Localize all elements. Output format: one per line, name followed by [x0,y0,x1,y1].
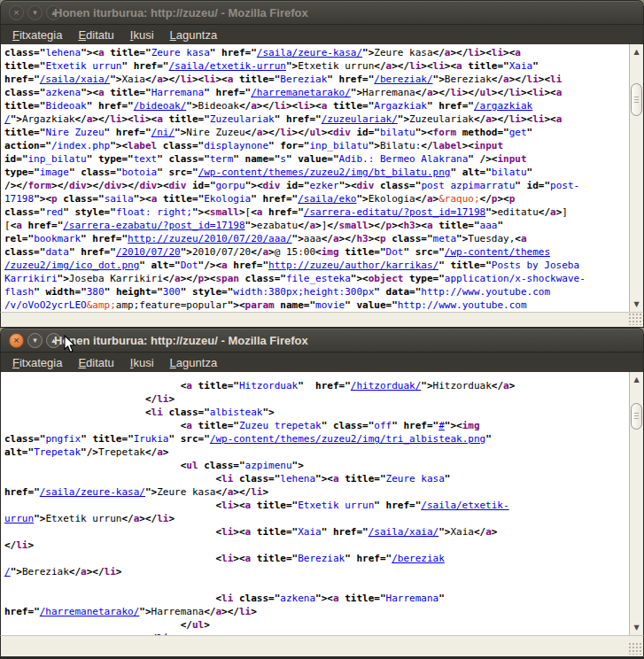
vertical-scrollbar[interactable]: ▲ ▼ [629,44,643,312]
source-line: type="image" class="botoia" src="/wp-con… [4,166,629,179]
resize-grip[interactable] [628,313,641,325]
source-line: rel="bookmark" href="http://zuzeu/2010/0… [4,232,629,245]
source-line: <a title="Hitzorduak" href="/hitzorduak/… [4,379,629,392]
source-line: flash" width="380" height="300" style="w… [4,285,629,298]
source-link[interactable]: /saila/etxetik- [421,500,508,511]
source-link[interactable]: /saila/zeure-kasa/ [257,47,362,58]
resize-grip[interactable] [628,642,641,655]
source-link[interactable]: /ni/ [151,127,175,138]
source-line: <a title="Zuzeu trepetak" class="off" hr… [4,419,629,432]
source-line: <li class="lehena"><a title="Zeure kasa" [4,472,629,485]
source-view: class="lehena"><a title="Zeure kasa" hre… [1,44,629,312]
minimize-button-icon[interactable]: ▾ [27,5,43,20]
source-line [4,578,629,592]
source-line: id="inp_bilatu" type="text" class="term"… [4,152,629,166]
source-link[interactable]: /wp-content/themes/zuzeu2/img/bt_bilatu.… [198,167,451,178]
titlebar[interactable]: × ▾ ▴ Honen iturburua: http://zuzeu/ - M… [0,328,644,353]
source-line: href="/saila/xaia/">Xaia</a></li><li><a … [4,73,629,86]
source-line: /">Argazkiak</a></li><li><a title="Zuzeu… [4,112,629,126]
source-link[interactable]: http://zuzeu/2010/07/20/aaa/ [128,233,291,244]
source-line: urrun">Etxetik urrun</a></li> [4,512,629,525]
source-line: /zuzeu2/img/ico_dot.png" alt="Dot"/><a h… [4,259,629,272]
source-line: <li><a title="Etxetik urrun" href="/sail… [4,499,629,512]
source-link[interactable]: /bereziak [392,553,445,564]
source-link[interactable]: /sarrera-ezabatu/?post_id=17198 [63,220,244,231]
scrollbar-thumb[interactable] [631,83,642,116]
source-line: title="Bideoak" href="/bideoak/">Bideoak… [4,99,629,112]
statusbar [0,312,644,328]
source-link[interactable]: /saila/xaia/ [369,526,438,538]
viewsource-window-bottom: × ▾ ▴ Honen iturburua: http://zuzeu/ - M… [0,328,644,659]
source-link[interactable]: /saila/etxetik-urrun [168,60,285,72]
source-line: 17198"><p class="saila"><a title="Ekolog… [4,192,629,205]
source-line: class="azkena"><a title="Harremana" href… [4,86,629,99]
source-line: Karrikiri">Joseba Karrikiri</a></p><span… [4,272,629,285]
scrollbar-grip-lines [634,97,639,104]
menubar: FitxategiaEditatuIkusiLaguntza [0,25,644,44]
source-link[interactable]: /argazkiak [474,100,532,112]
source-line: title="Etxetik urrun" href="/saila/etxet… [4,59,629,73]
scrollbar-thumb[interactable] [631,403,642,430]
source-link[interactable]: /bereziak/ [374,74,432,85]
source-line: action="/index.php"><label class="displa… [4,139,629,152]
source-line: alt="Trepetak"/>Trepetak</a> [4,446,629,459]
menu-item-fitxategia[interactable]: Fitxategia [4,354,70,371]
source-line: class="pngfix" title="Irukia" src="/wp-c… [4,432,629,446]
source-link[interactable]: /wp-content/themes [445,246,550,258]
source-link[interactable]: /zuzeu2/img/ico_dot.png [4,260,139,271]
menu-item-laguntza[interactable]: Laguntza [162,354,226,371]
source-line: href="/harremanetarako/">Harremana</a></… [4,605,629,618]
source-link[interactable]: /bideoak/ [134,100,187,112]
menu-item-ikusi[interactable]: Ikusi [122,354,162,371]
source-line: </li> [4,539,629,552]
source-link[interactable]: http://zuzeu/author/karrikas/ [268,260,438,271]
titlebar[interactable]: × ▾ ▴ Honen iturburua: http://zuzeu/ - M… [0,0,644,25]
source-link[interactable]: /wp-content/themes/zuzeu2/img/tri_albist… [210,433,485,445]
source-link[interactable]: /sarrera-editatu/?post_id=17198 [304,206,485,218]
source-link[interactable]: /harremanetarako/ [40,606,140,617]
source-line: /></form></div></div></div><div id="gorp… [4,179,629,192]
viewsource-window-top: × ▾ ▴ Honen iturburua: http://zuzeu/ - M… [0,0,644,328]
source-view: <a title="Hitzorduak" href="/hitzorduak/… [1,372,629,635]
source-line: /v/oVoO2ycrLEO&amp;amp;feature=popular">… [4,298,629,312]
menu-item-fitxategia[interactable]: Fitxategia [4,27,70,43]
source-link[interactable]: /hitzorduak/ [351,380,421,392]
source-line: class="data" href="/2010/07/20">2010/07/… [4,245,629,259]
source-line: /">Bereziak</a></li> [4,565,629,578]
source-link[interactable]: urrun [4,513,34,524]
source-link[interactable]: / [4,113,11,125]
source-line: <li><a title="Bereziak" href="/bereziak [4,552,629,565]
source-line: </ul> [4,618,629,632]
menubar: FitxategiaEditatuIkusiLaguntza [0,353,644,372]
scroll-up-icon[interactable]: ▲ [630,374,643,385]
scroll-up-icon[interactable]: ▲ [630,46,643,58]
source-line: class="lehena"><a title="Zeure kasa" hre… [4,46,629,59]
source-line: [<a href="/sarrera-ezabatu/?post_id=1719… [4,219,629,232]
statusbar [0,635,644,659]
scroll-down-icon[interactable]: ▼ [630,622,643,633]
menu-item-laguntza[interactable]: Laguntza [162,27,226,43]
source-link[interactable]: /saila/zeure-kasa/ [40,486,145,498]
close-button-icon[interactable]: × [9,333,24,348]
source-link[interactable]: /zuzeulariak/ [322,113,398,125]
source-line: class="red" style="float: right;"><small… [4,205,629,219]
source-link[interactable]: /saila/eko [298,193,356,205]
source-line: href="/saila/zeure-kasa/">Zeure kasa</a>… [4,485,629,499]
menu-item-editatu[interactable]: Editatu [70,354,121,371]
source-line: </li> [4,392,629,406]
source-link[interactable]: /harremanetarako/ [251,87,351,98]
scrollbar-grip-lines [634,413,639,420]
menu-item-editatu[interactable]: Editatu [70,27,121,43]
close-button-icon[interactable]: × [9,5,24,20]
window-title: Honen iturburua: http://zuzeu/ - Mozilla… [54,334,308,347]
vertical-scrollbar[interactable]: ▲ ▼ [629,372,643,635]
source-link[interactable]: /2010/07/20 [116,246,181,258]
menu-item-ikusi[interactable]: Ikusi [122,27,162,43]
minimize-button-icon[interactable]: ▾ [27,333,43,348]
source-line: <li><a title="Xaia" href="/saila/xaia/">… [4,525,629,539]
scroll-down-icon[interactable]: ▼ [630,298,643,310]
source-link[interactable]: /saila/xaia/ [40,74,110,85]
source-link[interactable]: / [4,566,11,578]
source-line: <li class="albisteak"> [4,406,629,419]
source-link[interactable]: # [438,420,445,431]
